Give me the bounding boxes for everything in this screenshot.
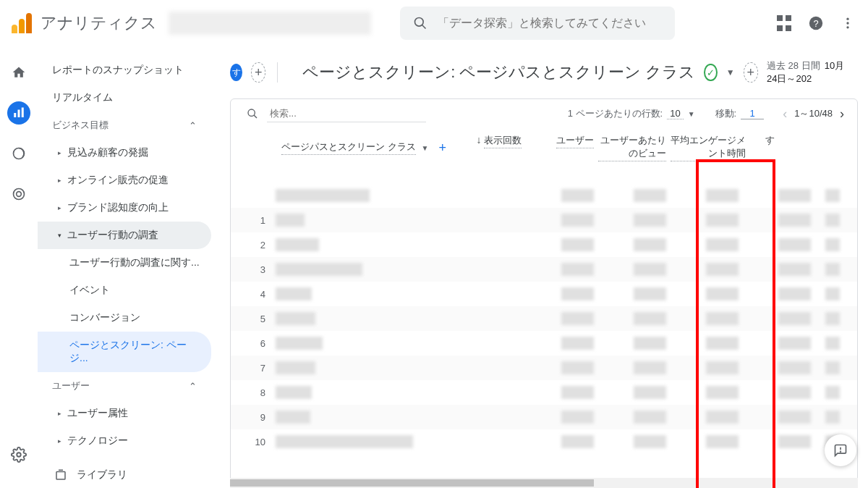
table-row[interactable]: 10 (231, 429, 857, 454)
next-page-button[interactable]: › (840, 106, 844, 122)
analytics-icon (12, 13, 32, 33)
chevron-down-icon: ▼ (688, 110, 695, 118)
svg-point-13 (17, 453, 21, 457)
horizontal-scrollbar[interactable] (230, 478, 858, 488)
feedback-button[interactable] (825, 434, 856, 466)
table-row[interactable]: 9 (231, 405, 857, 429)
rows-per-page[interactable]: 1 ページあたりの行数: 10 ▼ (568, 107, 695, 120)
sidebar-item-user-attr[interactable]: ユーザー属性 (38, 400, 211, 427)
prev-page-button: ‹ (783, 106, 787, 122)
col-views[interactable]: 表示回数 (484, 134, 522, 148)
rail-admin[interactable] (7, 443, 30, 466)
main-content: す + ページとスクリーン: ページパスとスクリーン クラス ✓ ▼ + 過去 … (211, 46, 868, 488)
table-row[interactable]: 4 (231, 282, 857, 306)
chevron-up-icon: ⌃ (189, 381, 197, 392)
table-row-total (231, 183, 857, 208)
page-indicator: 1～10/48 (794, 107, 833, 120)
segment-chip[interactable]: す (230, 64, 242, 81)
svg-line-1 (422, 25, 426, 29)
sort-desc-icon[interactable]: ↓ (476, 134, 481, 146)
apps-icon[interactable] (775, 14, 793, 32)
svg-point-12 (14, 189, 25, 200)
sidebar-item-leads[interactable]: 見込み顧客の発掘 (38, 139, 211, 167)
app-name: アナリティクス (41, 12, 157, 34)
search-icon (244, 105, 261, 122)
sidebar-item-behavior[interactable]: ▾ユーザー行動の調査 (38, 222, 211, 249)
sidebar-section-biz[interactable]: ビジネス目標⌃ (38, 112, 211, 139)
table-rows: 1 2 3 4 5 6 7 8 9 10 (231, 183, 857, 454)
status-check-icon[interactable]: ✓ (704, 64, 717, 81)
svg-point-15 (248, 109, 255, 116)
goto-input[interactable] (741, 108, 764, 119)
customize-button[interactable]: + (744, 62, 758, 83)
goto-row: 移動: (715, 107, 765, 120)
svg-point-4 (846, 18, 848, 20)
table-row[interactable]: 8 (231, 380, 857, 405)
svg-point-0 (415, 18, 424, 27)
data-table: 1 ページあたりの行数: 10 ▼ 移動: ‹ 1～10/48 › ページパスと… (230, 98, 858, 488)
table-row[interactable]: 2 (231, 232, 857, 257)
search-bar[interactable] (400, 7, 675, 40)
sidebar-item-behavior-detail[interactable]: ユーザー行動の調査に関す... (38, 249, 211, 277)
pager: ‹ 1～10/48 › (783, 106, 844, 122)
sidebar-section-user[interactable]: ユーザー⌃ (38, 372, 211, 400)
svg-point-5 (846, 22, 848, 24)
col-engagement[interactable]: 平均エンゲージメント時間 (671, 134, 746, 161)
svg-rect-9 (22, 108, 24, 118)
sidebar-item-snapshot[interactable]: レポートのスナップショット (38, 56, 211, 84)
add-dimension-button[interactable]: + (438, 140, 446, 156)
topbar: アナリティクス ? (0, 0, 868, 46)
nav-rail (0, 46, 38, 488)
chevron-up-icon: ⌃ (189, 120, 197, 131)
table-search-input[interactable] (267, 105, 426, 122)
sidebar-item-technology[interactable]: テクノロジー (38, 427, 211, 455)
rail-home[interactable] (7, 61, 30, 84)
date-range[interactable]: 過去 28 日間10月24日～202 (767, 59, 854, 85)
sidebar-item-events[interactable]: イベント (38, 277, 211, 304)
sidebar-item-conversions[interactable]: コンバージョン (38, 304, 211, 332)
more-icon[interactable] (839, 14, 856, 32)
col-extra[interactable]: す (765, 135, 775, 146)
chevron-down-icon[interactable]: ▼ (422, 144, 429, 152)
rail-reports[interactable] (7, 101, 30, 125)
svg-line-16 (254, 115, 257, 118)
svg-point-18 (841, 451, 841, 452)
col-page-path[interactable]: ページパスとスクリーン クラス (281, 140, 416, 155)
property-selector[interactable] (169, 12, 371, 35)
sidebar-item-realtime[interactable]: リアルタイム (38, 84, 211, 112)
search-icon (412, 14, 429, 32)
col-views-per-user[interactable]: ユーザーあたりのビュー (598, 134, 666, 161)
chevron-down-icon[interactable]: ▼ (726, 67, 735, 77)
svg-rect-7 (14, 113, 16, 117)
sidebar-item-brand[interactable]: ブランド認知度の向上 (38, 194, 211, 222)
sidebar-item-sales[interactable]: オンライン販売の促進 (38, 167, 211, 194)
table-row[interactable]: 5 (231, 306, 857, 331)
table-controls: 1 ページあたりの行数: 10 ▼ 移動: ‹ 1～10/48 › (231, 102, 857, 127)
search-input[interactable] (438, 17, 663, 30)
rail-ads[interactable] (7, 182, 30, 206)
sidebar-item-pages[interactable]: ページとスクリーン: ページ... (38, 332, 211, 372)
svg-rect-14 (56, 472, 65, 480)
sidebar-item-library[interactable]: ライブラリ (38, 458, 211, 488)
top-actions: ? (775, 14, 856, 32)
help-icon[interactable]: ? (807, 14, 825, 32)
rail-explore[interactable] (7, 142, 30, 165)
table-row[interactable]: 7 (231, 356, 857, 380)
page-title: ページとスクリーン: ページパスとスクリーン クラス (302, 62, 695, 83)
logo: アナリティクス (12, 12, 157, 34)
table-row[interactable]: 6 (231, 331, 857, 356)
svg-rect-8 (18, 110, 20, 118)
page-header: す + ページとスクリーン: ページパスとスクリーン クラス ✓ ▼ + 過去 … (211, 46, 868, 93)
col-users[interactable]: ユーザー (556, 134, 594, 148)
sidebar: レポートのスナップショット リアルタイム ビジネス目標⌃ 見込み顧客の発掘 オン… (38, 46, 211, 488)
table-row[interactable]: 1 (231, 208, 857, 232)
svg-point-6 (846, 26, 848, 28)
add-comparison-button[interactable]: + (251, 62, 265, 83)
library-icon (52, 466, 69, 484)
svg-point-11 (17, 192, 22, 197)
svg-text:?: ? (813, 18, 818, 29)
table-row[interactable]: 3 (231, 257, 857, 282)
table-header: ページパスとスクリーン クラス ▼ + ↓ 表示回数 ユーザー ユーザーあたりの… (231, 127, 857, 183)
